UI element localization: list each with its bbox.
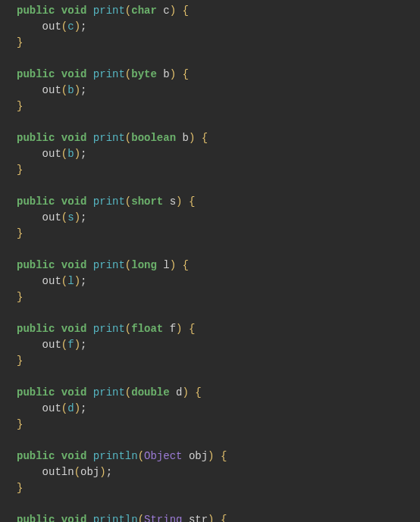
keyword: public (17, 259, 55, 271)
code-line: out(c); (17, 19, 420, 35)
paren: ( (125, 68, 131, 80)
paren: ) (74, 20, 80, 33)
brace: { (202, 132, 208, 144)
paren: ) (170, 259, 176, 271)
method-name: print (93, 68, 125, 80)
keyword: public (17, 5, 55, 17)
code-line: } (17, 417, 420, 433)
param-type: String (144, 514, 182, 522)
paren: ( (125, 259, 131, 271)
brace: { (189, 195, 195, 208)
code-line: public void println(String str) { (17, 512, 420, 522)
code-line: out(b); (17, 83, 420, 98)
keyword: public (17, 386, 55, 399)
keyword: void (61, 68, 87, 80)
paren: ) (74, 339, 80, 351)
code-line: } (17, 480, 420, 496)
param-type: long (131, 259, 157, 271)
blank-line (17, 496, 420, 512)
code-line: public void println(Object obj) { (17, 449, 420, 464)
code-line: } (17, 35, 420, 51)
code-line: public void print(char c) { (17, 3, 420, 19)
paren: ( (125, 386, 131, 399)
brace: } (17, 100, 23, 112)
blank-line (17, 114, 420, 130)
param-name: b (163, 68, 169, 80)
paren: ) (208, 450, 214, 462)
code-line: public void print(float f) { (17, 321, 420, 337)
brace: { (221, 514, 227, 522)
code-line: public void print(double d) { (17, 385, 420, 401)
brace: } (17, 418, 23, 430)
brace: } (17, 227, 23, 239)
paren: ( (138, 450, 144, 462)
param-name: s (170, 195, 176, 208)
param-name: l (163, 259, 169, 271)
paren: ) (183, 386, 189, 399)
keyword: public (17, 323, 55, 335)
method-name: print (93, 386, 125, 399)
code-line: out(l); (17, 274, 420, 289)
call-name: out (42, 148, 61, 160)
keyword: void (61, 323, 87, 335)
code-line: out(f); (17, 337, 420, 353)
param-type: Object (144, 450, 182, 462)
call-name: out (42, 275, 61, 287)
keyword: void (61, 132, 87, 144)
code-line: } (17, 353, 420, 369)
method-name: print (93, 5, 125, 17)
brace: { (221, 450, 227, 462)
code-line: } (17, 162, 420, 178)
blank-line (17, 242, 420, 258)
paren: ) (208, 514, 214, 522)
method-name: print (93, 323, 125, 335)
semicolon: ; (80, 84, 86, 96)
blank-line (17, 305, 420, 321)
paren: ) (176, 195, 182, 208)
paren: ) (176, 323, 182, 335)
semicolon: ; (80, 148, 86, 160)
call-arg: f (67, 339, 74, 351)
semicolon: ; (80, 339, 86, 351)
keyword: public (17, 450, 55, 462)
call-arg: b (67, 148, 74, 160)
blank-line (17, 433, 420, 449)
code-line: } (17, 289, 420, 305)
paren: ( (125, 5, 131, 17)
code-line: public void print(long l) { (17, 258, 420, 274)
brace: { (183, 5, 189, 17)
code-line: out(s); (17, 210, 420, 226)
call-arg: c (67, 20, 74, 33)
keyword: void (61, 5, 87, 17)
brace: } (17, 355, 23, 367)
param-name: str (189, 514, 208, 522)
paren: ) (189, 132, 195, 144)
param-type: boolean (131, 132, 176, 144)
code-line: } (17, 226, 420, 242)
paren: ( (61, 20, 67, 33)
code-editor[interactable]: public void print(char c) { out(c);} pub… (0, 3, 420, 522)
code-line: out(b); (17, 146, 420, 162)
paren: ) (74, 402, 80, 414)
keyword: public (17, 132, 55, 144)
param-type: byte (131, 68, 157, 80)
paren: ( (138, 514, 144, 522)
paren: ( (61, 275, 67, 287)
paren: ) (74, 84, 80, 96)
keyword: void (61, 195, 87, 208)
param-name: obj (189, 450, 208, 462)
code-line: outln(obj); (17, 464, 420, 480)
paren: ( (61, 148, 67, 160)
paren: ( (61, 402, 67, 414)
paren: ( (61, 84, 67, 96)
paren: ) (170, 5, 176, 17)
keyword: public (17, 68, 55, 80)
param-name: d (176, 386, 182, 399)
call-arg: l (67, 275, 74, 287)
param-type: char (131, 5, 157, 17)
call-arg: obj (80, 466, 99, 478)
semicolon: ; (80, 211, 86, 223)
blank-line (17, 369, 420, 385)
paren: ( (125, 323, 131, 335)
brace: } (17, 36, 23, 48)
